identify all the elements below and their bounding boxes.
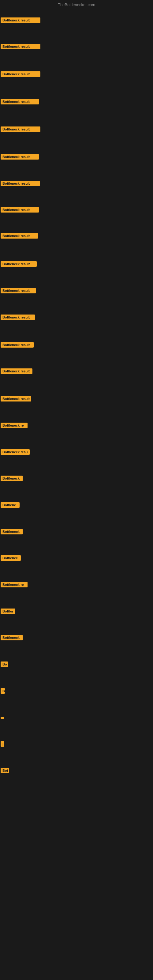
bottleneck-item: Bottleneck result bbox=[1, 207, 39, 214]
bottleneck-item bbox=[1, 714, 4, 720]
bottleneck-item: Bottleneck result bbox=[1, 233, 38, 240]
bottleneck-badge: Bottleneck result bbox=[1, 72, 40, 77]
bottleneck-item: Bottleneck resu bbox=[1, 449, 30, 456]
bottleneck-badge: Bottleneck result bbox=[1, 342, 33, 348]
bottleneck-badge: Bottleneck result bbox=[1, 154, 39, 159]
site-title: TheBottlenecker.com bbox=[58, 2, 95, 7]
site-header: TheBottlenecker.com bbox=[0, 0, 153, 11]
bottleneck-item: Bottleneck result bbox=[1, 72, 40, 78]
bottleneck-item: B bbox=[1, 688, 5, 695]
bottleneck-badge: Bottleneck bbox=[1, 635, 22, 640]
bottleneck-badge: Bottleneck resu bbox=[1, 449, 30, 455]
bottleneck-item: Bottlenec bbox=[1, 555, 21, 562]
bottleneck-item: Bottleneck result bbox=[1, 99, 39, 106]
bottleneck-item: Bottleneck re bbox=[1, 423, 27, 430]
bottleneck-item: Bottleneck result bbox=[1, 315, 35, 321]
bottleneck-item: Bottleneck result bbox=[1, 288, 36, 294]
bottleneck-item: Bottler bbox=[1, 609, 15, 615]
bottleneck-badge: | bbox=[1, 741, 4, 747]
bottleneck-badge: B bbox=[1, 688, 5, 694]
bottleneck-item: Bottleneck result bbox=[1, 368, 32, 375]
bottleneck-item: Bottleneck result bbox=[1, 44, 40, 51]
bottleneck-badge: Bottleneck result bbox=[1, 207, 39, 213]
bottleneck-badge bbox=[1, 717, 4, 719]
bottleneck-badge: Bottleneck result bbox=[1, 126, 40, 132]
bottleneck-item: Bottleneck result bbox=[1, 181, 40, 188]
bottleneck-badge: Bottleneck result bbox=[1, 233, 38, 239]
bottleneck-badge: Bottleneck result bbox=[1, 261, 37, 267]
bottleneck-item: Bot bbox=[1, 768, 9, 775]
bottleneck-item: Bottleneck bbox=[1, 476, 22, 482]
bottleneck-item: Bottlene bbox=[1, 502, 19, 509]
bottleneck-badge: Bottlenec bbox=[1, 555, 21, 561]
bottleneck-badge: Bottleneck re bbox=[1, 423, 27, 428]
bottleneck-badge: Bottleneck result bbox=[1, 181, 40, 186]
bottleneck-badge: Bottleneck bbox=[1, 476, 22, 481]
bottleneck-badge: Bottler bbox=[1, 609, 15, 614]
bottleneck-item: Bottleneck re bbox=[1, 582, 27, 589]
bottleneck-item: Bottleneck bbox=[1, 635, 22, 641]
bottleneck-item: Bottleneck result bbox=[1, 342, 33, 349]
bottleneck-badge: Bottleneck result bbox=[1, 99, 39, 105]
bottleneck-badge: Bottleneck result bbox=[1, 315, 35, 320]
bottleneck-badge: Bottleneck result bbox=[1, 44, 40, 49]
bottleneck-item: Bottleneck result bbox=[1, 396, 31, 403]
bottleneck-item: Bo bbox=[1, 662, 8, 668]
bottleneck-badge: Bot bbox=[1, 768, 9, 773]
bottleneck-item: Bottleneck result bbox=[1, 154, 39, 161]
bottleneck-item: Bottleneck bbox=[1, 529, 22, 536]
bottleneck-badge: Bottleneck result bbox=[1, 368, 32, 374]
bottleneck-item: Bottleneck result bbox=[1, 126, 40, 133]
bottleneck-badge: Bottleneck re bbox=[1, 582, 27, 587]
bottleneck-badge: Bottleneck result bbox=[1, 288, 36, 293]
bottleneck-item: Bottleneck result bbox=[1, 18, 40, 24]
bottleneck-badge: Bottleneck result bbox=[1, 396, 31, 401]
bottleneck-badge: Bottleneck bbox=[1, 529, 22, 535]
bottleneck-badge: Bottleneck result bbox=[1, 18, 40, 23]
bottleneck-badge: Bottlene bbox=[1, 502, 19, 508]
bottleneck-item: Bottleneck result bbox=[1, 261, 37, 268]
bottleneck-item: | bbox=[1, 741, 4, 748]
bottleneck-badge: Bo bbox=[1, 662, 8, 667]
